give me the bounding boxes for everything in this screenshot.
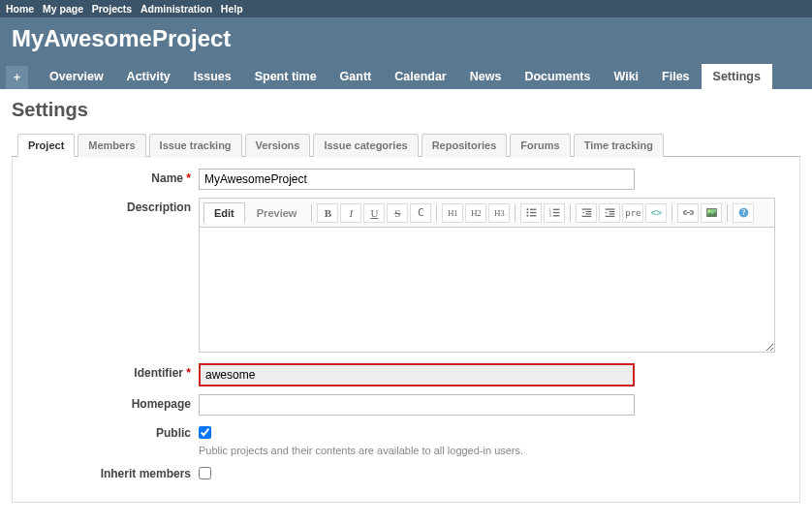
underline-icon[interactable]: U (363, 203, 385, 223)
topmenu-projects[interactable]: Projects (92, 3, 132, 15)
separator (570, 204, 571, 222)
tab-spent-time[interactable]: Spent time (243, 64, 328, 89)
subtab-versions[interactable]: Versions (245, 134, 311, 157)
h1-icon[interactable]: H1 (442, 203, 463, 223)
separator (515, 204, 515, 222)
bold-icon[interactable]: B (317, 203, 338, 223)
public-hint: Public projects and their contents are a… (199, 445, 523, 456)
svg-point-4 (526, 215, 528, 217)
inherit-label: Inherit members (101, 467, 191, 480)
svg-rect-3 (530, 212, 537, 213)
header: MyAwesomeProject (0, 17, 812, 64)
svg-rect-13 (586, 211, 592, 212)
svg-point-2 (526, 212, 528, 214)
public-checkbox[interactable] (199, 426, 211, 439)
h3-icon[interactable]: H3 (488, 203, 510, 223)
form-box: Name * Description Edit Preview B I U S … (12, 157, 800, 503)
homepage-input[interactable] (199, 394, 635, 416)
ol-icon[interactable]: 123 (544, 203, 565, 223)
editor-toolbar: Edit Preview B I U S C H1 H2 H3 (199, 198, 775, 227)
topmenu-mypage[interactable]: My page (43, 3, 83, 15)
tab-wiki[interactable]: Wiki (602, 64, 650, 89)
tab-overview[interactable]: Overview (38, 64, 115, 89)
page-title: Settings (12, 99, 800, 121)
svg-text:?: ? (742, 208, 746, 217)
svg-rect-11 (553, 215, 560, 216)
svg-rect-7 (553, 209, 560, 210)
image-icon[interactable] (701, 203, 722, 223)
tab-news[interactable]: News (458, 64, 514, 89)
main-menu: + Overview Activity Issues Spent time Ga… (0, 64, 812, 89)
tab-files[interactable]: Files (650, 64, 702, 89)
svg-rect-14 (586, 213, 592, 214)
svg-rect-15 (582, 216, 592, 217)
homepage-label: Homepage (132, 397, 191, 411)
svg-rect-5 (530, 215, 537, 216)
svg-point-21 (708, 210, 710, 212)
required-mark: * (186, 366, 191, 380)
outdent-icon[interactable] (576, 203, 597, 223)
subtab-issue-categories[interactable]: Issue categories (313, 134, 418, 157)
editor-tab-edit[interactable]: Edit (203, 202, 245, 224)
subtab-time-tracking[interactable]: Time tracking (574, 134, 664, 157)
identifier-label: Identifier (134, 366, 183, 380)
svg-rect-18 (609, 213, 615, 214)
name-label: Name (151, 171, 183, 185)
code-icon[interactable]: C (410, 203, 431, 223)
svg-rect-16 (606, 208, 615, 209)
svg-point-0 (526, 208, 528, 210)
subtab-repositories[interactable]: Repositories (422, 134, 508, 157)
topmenu-admin[interactable]: Administration (141, 3, 212, 15)
svg-rect-17 (609, 211, 615, 212)
tab-activity[interactable]: Activity (115, 64, 182, 89)
ul-icon[interactable] (520, 203, 542, 223)
editor: Edit Preview B I U S C H1 H2 H3 (199, 198, 775, 355)
description-textarea[interactable] (199, 227, 775, 353)
subtab-members[interactable]: Members (78, 134, 145, 157)
settings-tabs: Project Members Issue tracking Versions … (12, 133, 800, 157)
codeblock-icon[interactable]: <> (645, 203, 667, 223)
tab-settings[interactable]: Settings (702, 64, 772, 89)
h2-icon[interactable]: H2 (465, 203, 486, 223)
top-menu: Home My page Projects Administration Hel… (0, 0, 812, 17)
link-icon[interactable] (677, 203, 699, 223)
indent-icon[interactable] (599, 203, 620, 223)
public-label: Public (156, 426, 191, 440)
subtab-issue-tracking[interactable]: Issue tracking (149, 134, 242, 157)
strike-icon[interactable]: S (387, 203, 408, 223)
tab-issues[interactable]: Issues (182, 64, 243, 89)
svg-rect-19 (606, 216, 615, 217)
svg-rect-12 (582, 208, 592, 209)
editor-tab-preview[interactable]: Preview (247, 203, 307, 223)
description-label: Description (127, 201, 191, 214)
subtab-forums[interactable]: Forums (510, 134, 570, 157)
svg-rect-9 (553, 212, 560, 213)
content: Settings Project Members Issue tracking … (0, 89, 812, 512)
italic-icon[interactable]: I (340, 203, 361, 223)
add-button[interactable]: + (6, 66, 28, 89)
required-mark: * (186, 171, 191, 185)
separator (727, 204, 728, 222)
pre-icon[interactable]: pre (622, 203, 643, 223)
topmenu-home[interactable]: Home (6, 3, 34, 15)
separator (436, 204, 437, 222)
help-icon[interactable]: ? (733, 203, 754, 223)
separator (671, 204, 672, 222)
inherit-checkbox[interactable] (199, 467, 211, 479)
tab-calendar[interactable]: Calendar (383, 64, 458, 89)
name-input[interactable] (199, 169, 635, 190)
topmenu-help[interactable]: Help (221, 3, 243, 15)
tab-documents[interactable]: Documents (513, 64, 602, 89)
subtab-project[interactable]: Project (17, 134, 75, 157)
separator (311, 204, 312, 222)
identifier-input[interactable] (199, 363, 635, 386)
svg-rect-1 (530, 209, 537, 210)
svg-text:3: 3 (549, 213, 551, 218)
tab-gantt[interactable]: Gantt (328, 64, 384, 89)
project-title: MyAwesomeProject (12, 25, 800, 52)
